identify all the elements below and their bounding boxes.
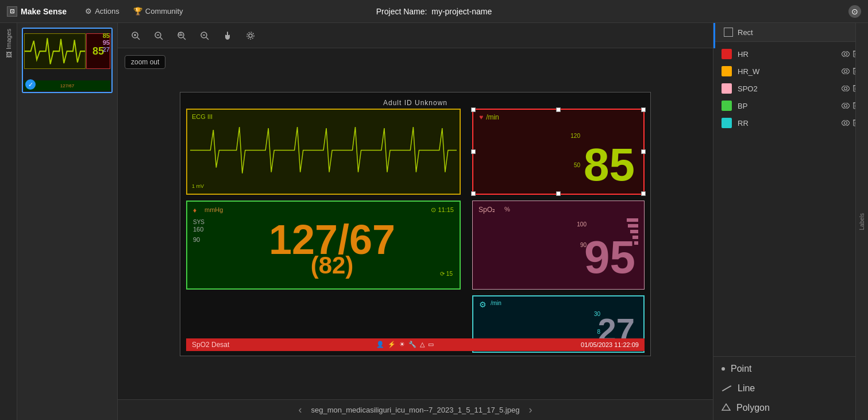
point-label: Point bbox=[731, 364, 751, 374]
rect-icon bbox=[724, 28, 733, 37]
thumbnail-preview: 85 85 95 27 127/67 bbox=[23, 29, 111, 92]
rr-unit: /min bbox=[491, 300, 501, 306]
bp-unit: mmHg bbox=[205, 206, 223, 213]
handle-bl[interactable] bbox=[471, 191, 476, 196]
polygon-tool-row[interactable]: Polygon ∨ bbox=[713, 398, 868, 418]
svg-point-17 bbox=[844, 53, 847, 56]
status-text: SpO2 Desat bbox=[192, 341, 229, 349]
bp-sys-value: 160 bbox=[193, 226, 203, 233]
label-color-rr bbox=[722, 118, 732, 128]
label-visibility-hr[interactable] bbox=[842, 49, 850, 59]
thumbnail-item[interactable]: 85 85 95 27 127/67 ✓ bbox=[22, 28, 113, 93]
next-image-button[interactable]: › bbox=[528, 404, 532, 416]
community-label: Community bbox=[145, 7, 183, 16]
actions-icon: ⚙ bbox=[85, 7, 92, 16]
handle-mr[interactable] bbox=[641, 149, 646, 154]
mini-monitor: 85 85 95 27 127/67 bbox=[23, 29, 111, 92]
label-visibility-spo2[interactable] bbox=[842, 84, 850, 94]
app-logo[interactable]: ⊡ Make Sense bbox=[7, 6, 67, 17]
zoom-out-button[interactable] bbox=[150, 27, 167, 44]
polygon-tool-left: Polygon bbox=[722, 403, 770, 413]
labels-section: HR bbox=[713, 42, 868, 356]
images-label: 🖼 Images bbox=[5, 29, 12, 58]
labels-vertical-tab: Labels bbox=[855, 23, 868, 420]
hr-scale: 120 50 bbox=[570, 133, 580, 168]
handle-bm[interactable] bbox=[556, 191, 561, 196]
monitor-statusbar: SpO2 Desat 👤 ⚡ ☀ 🔧 △ ▭ 01/05/2023 11:22:… bbox=[186, 338, 645, 351]
tools-section: Point ∨ Line ∨ Polygon ∨ bbox=[713, 356, 868, 420]
zoom-out-badge[interactable]: zoom out bbox=[125, 55, 165, 69]
zoom-reset-button[interactable]: - bbox=[196, 27, 213, 44]
label-color-bp bbox=[722, 101, 732, 111]
label-visibility-rr[interactable] bbox=[842, 118, 850, 128]
blue-accent-bar bbox=[713, 23, 715, 48]
bottom-bar: ‹ seg_mon_medicasiliguri_icu_mon--7_2023… bbox=[118, 399, 713, 420]
label-color-spo2 bbox=[722, 83, 732, 94]
line-tool-row[interactable]: Line ∨ bbox=[713, 379, 868, 398]
point-icon bbox=[722, 367, 725, 371]
top-navigation: ⊡ Make Sense ⚙ Actions 🏆 Community Proje… bbox=[0, 0, 868, 23]
bp-icon: ♦ bbox=[193, 206, 196, 214]
svg-point-16 bbox=[247, 32, 254, 39]
svg-marker-47 bbox=[722, 404, 730, 410]
bp-90: 90 bbox=[193, 236, 200, 243]
label-name-hrw: HR_W bbox=[738, 67, 836, 76]
point-tool-row[interactable]: Point ∨ bbox=[713, 359, 868, 379]
handle-ml[interactable] bbox=[471, 149, 476, 154]
thumbnail-checkmark: ✓ bbox=[25, 79, 36, 90]
label-visibility-bp[interactable] bbox=[842, 101, 850, 111]
status-datetime: 01/05/2023 11:22:09 bbox=[581, 341, 639, 348]
line-label: Line bbox=[738, 383, 755, 394]
svg-point-23 bbox=[844, 70, 847, 73]
bp-sys-label: SYS bbox=[193, 219, 205, 225]
right-sidebar: Rect ∧ HR bbox=[713, 23, 868, 420]
label-visibility-hrw[interactable] bbox=[842, 67, 850, 76]
label-name-bp: BP bbox=[738, 102, 836, 110]
bp-sub: (82) bbox=[216, 252, 448, 279]
canvas-area: - zoom out Adult ID Unknown bbox=[118, 23, 713, 420]
images-sidebar: 🖼 Images bbox=[0, 23, 17, 420]
line-icon bbox=[722, 386, 732, 392]
handle-tl[interactable] bbox=[471, 107, 476, 112]
zoom-fit-button[interactable] bbox=[173, 27, 190, 44]
settings-button[interactable] bbox=[242, 27, 259, 44]
hr-unit: /min bbox=[486, 113, 499, 121]
shape-selector-row[interactable]: Rect ∧ bbox=[713, 23, 868, 42]
svg-line-6 bbox=[160, 37, 163, 40]
community-menu[interactable]: 🏆 Community bbox=[126, 0, 190, 23]
filename-label: seg_mon_medicasiliguri_icu_mon--7_2023_1… bbox=[311, 406, 520, 414]
pan-button[interactable] bbox=[219, 27, 236, 44]
mini-val1: 85 bbox=[103, 32, 110, 39]
mini-val3: 27 bbox=[103, 46, 110, 53]
logo-icon: ⊡ bbox=[7, 6, 17, 17]
image-panel: 85 85 95 27 127/67 ✓ bbox=[17, 23, 118, 420]
handle-br[interactable] bbox=[641, 191, 646, 196]
actions-label: Actions bbox=[95, 7, 119, 16]
labels-vertical-text: Labels bbox=[859, 213, 865, 230]
handle-tm[interactable] bbox=[556, 107, 561, 112]
handle-tr[interactable] bbox=[641, 107, 646, 112]
statusbar-icons: 👤 ⚡ ☀ 🔧 △ ▭ bbox=[376, 341, 434, 348]
monitor-image: Adult ID Unknown ECG III 1 mV ♥ /min bbox=[180, 92, 651, 356]
label-row-hrw: HR_W bbox=[713, 63, 868, 80]
project-info: Project Name: my-project-name bbox=[376, 7, 492, 16]
zoom-in-button[interactable] bbox=[127, 27, 144, 44]
github-icon[interactable]: ⊙ bbox=[848, 5, 861, 18]
spo2-pct: % bbox=[504, 206, 510, 213]
label-name-spo2: SPO2 bbox=[738, 84, 836, 93]
monitor-ecg-panel: ECG III 1 mV bbox=[186, 109, 461, 195]
nav-right: ⊙ bbox=[848, 5, 861, 18]
project-name: my-project-name bbox=[431, 7, 492, 16]
svg-line-9 bbox=[183, 37, 186, 40]
monitor-header: Adult ID Unknown bbox=[186, 98, 645, 107]
svg-line-3 bbox=[137, 37, 140, 40]
project-label: Project Name: bbox=[376, 7, 427, 16]
svg-point-35 bbox=[844, 105, 847, 107]
mini-val2: 95 bbox=[103, 39, 110, 46]
prev-image-button[interactable]: ‹ bbox=[299, 404, 302, 416]
svg-point-29 bbox=[844, 87, 847, 90]
canvas-wrapper: zoom out Adult ID Unknown ECG III 1 mV ♥ bbox=[118, 48, 713, 399]
monitor-hr-panel: ♥ /min 120 50 85 bbox=[472, 109, 645, 195]
shape-label: Rect bbox=[738, 28, 753, 37]
actions-menu[interactable]: ⚙ Actions bbox=[78, 0, 126, 23]
